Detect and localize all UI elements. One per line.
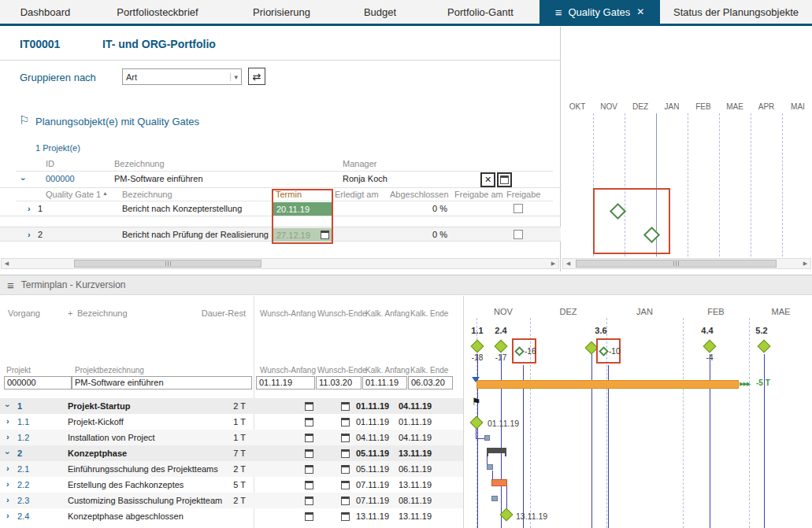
calendar-icon[interactable] — [305, 402, 313, 411]
month-gridline — [719, 113, 720, 257]
chevron-collapsed-icon[interactable]: › — [28, 231, 31, 239]
chevron-expanded-icon[interactable]: › — [3, 452, 12, 455]
task-row[interactable]: › 1.2 Installation von Project 1 T 04.11… — [0, 430, 463, 445]
calendar-icon[interactable] — [341, 418, 350, 426]
calendar-icon[interactable] — [341, 449, 350, 458]
calendar-icon[interactable] — [305, 481, 313, 489]
release-checkbox[interactable] — [514, 204, 523, 213]
task-milestone-diamond[interactable] — [500, 508, 514, 522]
remove-button[interactable]: ✕ — [480, 172, 495, 187]
req-start-cell[interactable]: 01.11.19 — [256, 376, 315, 390]
chevron-collapsed-icon[interactable]: › — [6, 433, 9, 441]
task-row[interactable]: › 1 Projekt-Startup 2 T 01.11.19 04.11.1… — [0, 398, 463, 414]
calc-start: 01.11.19 — [356, 401, 389, 411]
tab-priorisierung[interactable]: Priorisierung — [224, 0, 339, 24]
phase-flag-icon: ⚑ — [472, 396, 481, 408]
calc-end: 08.11.19 — [399, 496, 432, 505]
scrollbar-thumb[interactable] — [576, 260, 777, 268]
project-row[interactable]: › 000000 PM-Software einführen Ronja Koc… — [0, 172, 561, 188]
chevron-expanded-icon[interactable]: › — [3, 404, 12, 408]
calendar-icon[interactable] — [341, 465, 350, 474]
milestone-date-label: 01.11.19 — [488, 419, 519, 428]
calc-start-cell[interactable]: 01.11.19 — [362, 376, 407, 390]
phase-summary-bar[interactable] — [487, 448, 506, 453]
calendar-icon[interactable] — [305, 497, 313, 505]
tab-portfoliosteckbrief[interactable]: Portfoliosteckbrief — [91, 0, 224, 24]
schedule-panel-title: Terminplan - Kurzversion — [21, 279, 126, 290]
refresh-grouping-button[interactable]: ⇄ — [248, 68, 265, 85]
task-bar[interactable] — [491, 496, 498, 501]
task-row[interactable]: › 2.3 Customizing Basisschulung Projektt… — [0, 493, 463, 508]
task-number: 2.4 — [17, 511, 29, 521]
calendar-icon[interactable] — [341, 512, 350, 521]
horizontal-scrollbar[interactable]: ◀ ▶ — [1, 258, 559, 269]
tab-status-planungsobjekte[interactable]: Status der Planungsobjekte — [660, 0, 812, 24]
scrollbar-thumb[interactable] — [74, 260, 261, 268]
milestone-value: -10 — [609, 347, 620, 356]
milestone-diamond[interactable] — [495, 340, 508, 353]
scroll-left-icon[interactable]: ◀ — [563, 260, 573, 268]
close-icon[interactable]: ✕ — [636, 7, 644, 17]
calendar-icon[interactable] — [341, 481, 350, 489]
project-bar[interactable] — [476, 380, 739, 389]
project-name-cell[interactable]: PM-Software einführen — [72, 376, 252, 390]
month-label: MAE — [749, 307, 812, 316]
col-freigabe-am: Freigabe am — [454, 190, 503, 199]
calendar-icon[interactable] — [305, 449, 313, 458]
task-bar[interactable] — [487, 464, 493, 470]
calendar-icon[interactable] — [305, 434, 313, 442]
calc-end-cell[interactable]: 06.03.20 — [408, 376, 453, 390]
release-checkbox[interactable] — [514, 230, 523, 239]
req-end-cell[interactable]: 11.03.20 — [316, 376, 362, 390]
milestone-diamond[interactable] — [514, 346, 525, 356]
tab-budget[interactable]: Budget — [339, 0, 421, 24]
milestone-diamond[interactable] — [599, 346, 609, 356]
calc-end: 13.11.19 — [399, 511, 432, 521]
tab-quality-gates[interactable]: ≡ Quality Gates ✕ — [539, 0, 660, 24]
calendar-icon[interactable] — [341, 497, 350, 505]
task-bar[interactable] — [484, 435, 490, 441]
chevron-expanded-icon[interactable]: › — [19, 178, 28, 181]
col-projekt: Projekt — [6, 366, 31, 375]
calendar-button[interactable] — [497, 172, 512, 187]
sort-indicator[interactable]: 1 — [96, 190, 101, 199]
task-bar-critical[interactable] — [491, 479, 507, 486]
menu-icon[interactable]: ≡ — [7, 279, 14, 291]
horizontal-scrollbar[interactable]: ◀ ▶ — [562, 258, 811, 269]
scroll-right-icon[interactable]: ▶ — [800, 260, 810, 268]
milestone-group-label: 5.2 — [752, 326, 771, 335]
tab-dashboard[interactable]: Dashboard — [0, 0, 91, 24]
chevron-collapsed-icon[interactable]: › — [6, 511, 9, 520]
calendar-icon[interactable] — [305, 512, 313, 521]
group-by-select[interactable]: Art ▾ — [122, 68, 242, 85]
expand-all-button[interactable]: + — [68, 308, 72, 318]
calendar-icon[interactable] — [305, 418, 313, 426]
task-row[interactable]: › 1.1 Projekt-Kickoff 1 T 01.11.19 01.11… — [0, 414, 463, 430]
task-row[interactable]: › 2.1 Einführungsschulung des Projekttea… — [0, 461, 463, 477]
task-row[interactable]: › 2.4 Konzeptphase abgeschlossen 13.11.1… — [0, 508, 463, 524]
menu-icon[interactable]: ≡ — [555, 6, 562, 18]
chevron-collapsed-icon[interactable]: › — [28, 205, 31, 213]
month-gridline — [751, 113, 751, 257]
scroll-right-icon[interactable]: ▶ — [548, 260, 558, 268]
scroll-left-icon[interactable]: ◀ — [2, 260, 12, 268]
chevron-collapsed-icon[interactable]: › — [6, 417, 9, 426]
tab-portfolio-gantt[interactable]: Portfolio-Gantt — [421, 0, 539, 24]
chevron-collapsed-icon[interactable]: › — [6, 480, 9, 489]
schedule-panel-header[interactable]: ≡ Terminplan - Kurzversion — [0, 275, 812, 295]
task-row[interactable]: › 2.2 Erstellung des Fachkonzeptes 5 T 0… — [0, 477, 463, 493]
calendar-icon[interactable] — [341, 402, 350, 411]
schedule-section: Vorgang + Bezeichnung Dauer-Rest Wunsch-… — [0, 296, 812, 528]
chevron-collapsed-icon[interactable]: › — [6, 496, 9, 504]
chevron-collapsed-icon[interactable]: › — [6, 464, 9, 473]
milestone-diamond[interactable] — [758, 340, 771, 353]
task-row[interactable]: › 2 Konzeptphase 7 T 05.11.19 13.11.19 — [0, 445, 463, 461]
milestone-diamond[interactable] — [703, 340, 717, 353]
project-id-cell[interactable]: 000000 — [4, 376, 72, 390]
month-label: APR — [751, 102, 782, 111]
calendar-icon[interactable] — [305, 465, 313, 474]
milestone-diamond[interactable] — [471, 340, 484, 353]
calendar-icon[interactable] — [341, 434, 350, 442]
quality-gates-panel: IT00001 IT- und ORG-Portfolio Gruppieren… — [0, 27, 561, 271]
task-milestone-diamond[interactable] — [470, 416, 484, 430]
